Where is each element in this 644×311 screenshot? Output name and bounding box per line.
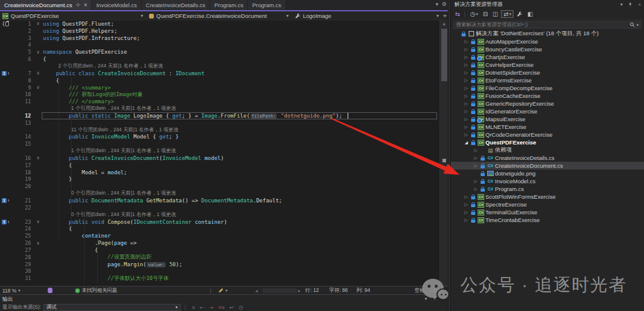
- code-line[interactable]: 19 }: [0, 176, 448, 183]
- switch-views-icon[interactable]: ⇆: [453, 11, 462, 17]
- code-line[interactable]: 29 page.Margin(value: 50);: [0, 261, 448, 268]
- code-line[interactable]: 30: [0, 268, 448, 275]
- code-line[interactable]: 3using QuestPDF.Infrastructure;: [0, 35, 448, 42]
- tree-item[interactable]: ▷C#SpectreExercise: [451, 201, 644, 208]
- code-line[interactable]: 12 public static Image LogoImage { get; …: [0, 112, 448, 119]
- pending-changes-filter-icon[interactable]: ◷▾: [468, 11, 479, 17]
- scroll-up-arrow-icon[interactable]: ▲: [440, 20, 448, 27]
- code-line[interactable]: 20: [0, 183, 448, 190]
- tab-overflow-chevron-icon[interactable]: ▾: [435, 1, 438, 7]
- code-line[interactable]: 26∨ .Page(page =>: [0, 239, 448, 247]
- tree-item[interactable]: ▷C#DotnetSpiderExercise: [451, 69, 644, 76]
- scrollbar-thumb[interactable]: [441, 29, 447, 81]
- codelens-row[interactable]: 0 个引用|Edwin，244 天前|1 名作者，1 项更改: [0, 190, 448, 197]
- code-editor[interactable]: {1∨using QuestPDF.Fluent;2using QuestPDF…: [0, 20, 448, 286]
- code-line[interactable]: 28 //设置页面的边距: [0, 254, 448, 261]
- prev-message-icon[interactable]: ⇠: [197, 304, 207, 310]
- member-dropdown[interactable]: LogoImage ▾: [295, 11, 441, 20]
- code-line[interactable]: 31 //字体默认大小10号字体: [0, 275, 448, 282]
- pin-icon[interactable]: ⊹: [76, 2, 80, 8]
- document-tab[interactable]: CreateInvoiceDocument.cs⊹×: [0, 0, 92, 10]
- code-line[interactable]: I↑21 public DocumentMetadata GetMetadata…: [0, 197, 448, 204]
- show-all-files-icon[interactable]: ◫: [491, 11, 500, 17]
- tree-item[interactable]: ▷C#AutoMapperExercise: [451, 38, 644, 45]
- pin-icon[interactable]: [628, 2, 633, 7]
- fold-chevron-icon[interactable]: ∨: [33, 219, 43, 224]
- code-line[interactable]: 14 public InvoiceModel Model { get; }: [0, 134, 448, 141]
- expand-expander-icon[interactable]: ▷: [463, 101, 470, 106]
- solution-explorer-search-box[interactable]: 搜索解决方案资源管理器(Ctrl+;) ▾: [453, 21, 642, 29]
- code-line[interactable]: 13: [0, 119, 448, 127]
- code-line[interactable]: 27 {: [0, 247, 448, 254]
- properties-wrench-icon[interactable]: [515, 11, 524, 17]
- expand-expander-icon[interactable]: ▷: [463, 133, 470, 137]
- expand-expander-icon[interactable]: ▷: [463, 86, 470, 91]
- clear-all-icon[interactable]: ×≡: [216, 304, 227, 310]
- tree-item[interactable]: ▷C#CreateInvoiceDocument.cs: [451, 162, 644, 170]
- tree-item[interactable]: ▷C#GenericRepositoryExercise: [451, 100, 644, 107]
- tree-item[interactable]: ▷▤依赖项: [451, 146, 644, 154]
- split-window-button[interactable]: ÷: [443, 12, 447, 19]
- tree-item[interactable]: ▷C#IdGeneratorExercise: [451, 107, 644, 115]
- tree-item[interactable]: 解决方案 'DotNetExercises' (18 个项目, 共 18 个): [451, 30, 644, 38]
- tree-item[interactable]: ▷C#MLNETExercise: [451, 123, 644, 131]
- expand-expander-icon[interactable]: ▷: [463, 210, 470, 215]
- zoom-control[interactable]: 118 % ▾: [2, 287, 20, 294]
- document-tab[interactable]: Program.cs: [210, 0, 248, 10]
- tree-item[interactable]: ▷C#BouncyCastleExercise: [451, 45, 644, 53]
- document-tab[interactable]: InvoiceModel.cs: [92, 0, 141, 10]
- vertical-scrollbar[interactable]: ▲: [439, 20, 448, 286]
- code-line[interactable]: 4: [0, 42, 448, 49]
- window-position-chevron-icon[interactable]: ▾: [620, 2, 623, 7]
- code-line[interactable]: 15: [0, 140, 448, 147]
- expand-expander-icon[interactable]: ▷: [463, 109, 470, 114]
- code-line[interactable]: 9∨ /// <summary>: [0, 84, 448, 91]
- tree-item[interactable]: dotnetguide.png: [451, 170, 644, 177]
- fold-chevron-icon[interactable]: ∨: [33, 85, 43, 90]
- expand-expander-icon[interactable]: ▷: [472, 179, 479, 184]
- collapse-expander-icon[interactable]: ◢: [463, 140, 470, 145]
- expand-expander-icon[interactable]: ▷: [463, 125, 470, 130]
- expand-expander-icon[interactable]: ▷: [463, 47, 470, 52]
- code-line[interactable]: 24 {: [0, 225, 448, 232]
- edit-filter-control[interactable]: ▾: [218, 287, 228, 294]
- timestamp-icon[interactable]: ◷: [236, 304, 246, 310]
- tree-item[interactable]: ▷C#ChartjsExercise: [451, 53, 644, 61]
- expand-expander-icon[interactable]: ▷: [463, 218, 470, 223]
- expand-expander-icon[interactable]: ▷: [472, 187, 479, 192]
- fold-chevron-icon[interactable]: ∨: [33, 50, 43, 55]
- code-line[interactable]: I↑7∨ public class CreateInvoiceDocument …: [0, 70, 448, 77]
- expand-expander-icon[interactable]: ▷: [463, 195, 470, 199]
- close-icon[interactable]: ×: [84, 2, 88, 8]
- tree-item[interactable]: ◢C#QuestPDFExercise: [451, 138, 644, 146]
- expand-expander-icon[interactable]: ▷: [463, 39, 470, 44]
- expand-expander-icon[interactable]: ▷: [463, 78, 470, 83]
- editor-options-gear-icon[interactable]: ⚙: [442, 1, 447, 7]
- document-tab[interactable]: CreateInvoiceDetails.cs: [142, 0, 210, 10]
- type-dropdown[interactable]: QuestPDFExercise.CreateInvoiceDocument ▾: [149, 11, 291, 20]
- expand-expander-icon[interactable]: ▷: [472, 148, 479, 153]
- tree-item[interactable]: ▷C#Program.cs: [451, 185, 644, 193]
- collapse-all-icon[interactable]: ⊟: [481, 11, 490, 17]
- codelens-row[interactable]: 11 个引用|Edwin，244 天前|1 名作者，1 项更改: [0, 127, 448, 134]
- tree-item[interactable]: ▷C#QrCodeGeneratorExercise: [451, 131, 644, 138]
- horizontal-scrollbar[interactable]: [262, 288, 297, 293]
- document-tab[interactable]: Program.cs: [248, 0, 286, 10]
- tree-item[interactable]: ▷C#FusionCacheExercise: [451, 92, 644, 100]
- tree-item[interactable]: ▷C#ScottPlotWinFormsExercise: [451, 193, 644, 201]
- messages-list-icon[interactable]: ≡: [190, 304, 197, 310]
- code-line[interactable]: 17 {: [0, 162, 448, 169]
- code-line[interactable]: {1∨using QuestPDF.Fluent;: [0, 20, 448, 27]
- tree-item[interactable]: ▷C#CreateInvoiceDetails.cs: [451, 154, 644, 162]
- code-line[interactable]: 8 {: [0, 77, 448, 84]
- output-source-select[interactable]: 调试 ▾: [44, 304, 181, 311]
- fold-chevron-icon[interactable]: ∨: [33, 70, 43, 76]
- implements-interface-icon[interactable]: I: [2, 198, 7, 203]
- fold-chevron-icon[interactable]: ∨: [33, 21, 43, 26]
- fold-chevron-icon[interactable]: ∨: [33, 241, 43, 246]
- expand-expander-icon[interactable]: ▷: [463, 70, 470, 75]
- tree-item[interactable]: ▷C#EtoFormsExercise: [451, 76, 644, 84]
- code-line[interactable]: 11 /// </summary>: [0, 98, 448, 105]
- preview-selected-items-icon[interactable]: ◧: [525, 11, 534, 17]
- code-line[interactable]: 22: [0, 204, 448, 211]
